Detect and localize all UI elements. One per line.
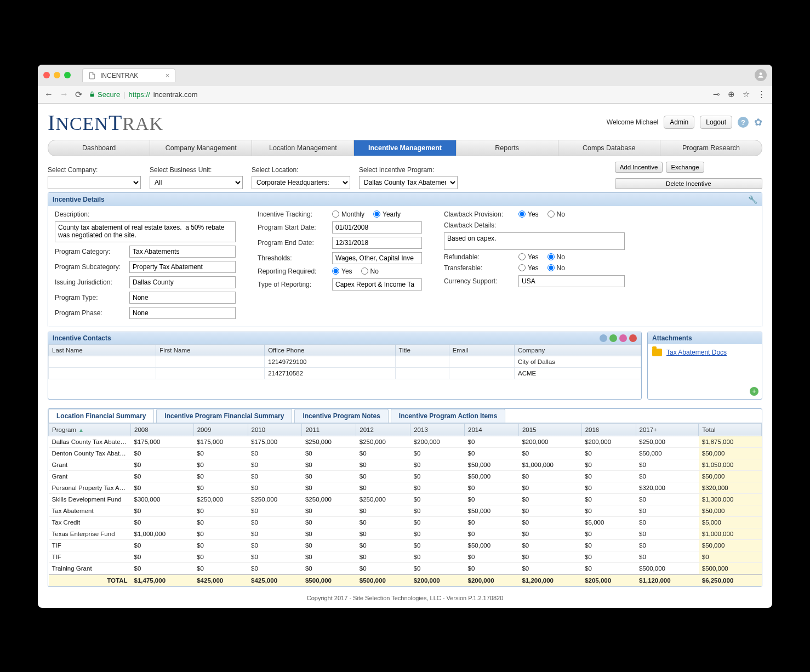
back-icon[interactable]: ← [44,89,53,99]
add-incentive-button[interactable]: Add Incentive [615,162,663,173]
clawback-yes-radio[interactable]: Yes [518,210,539,218]
exchange-button[interactable]: Exchange [666,162,704,173]
col-2011[interactable]: 2011 [302,423,356,436]
select-incentive-program[interactable]: Dallas County Tax Abatement [359,176,458,189]
thresholds-input[interactable] [332,252,422,264]
col-2010[interactable]: 2010 [248,423,302,436]
contacts-col-email[interactable]: Email [449,344,514,356]
edit-contact-icon[interactable] [619,334,627,342]
description-input[interactable]: County tax abatement of real estate taxe… [55,221,236,242]
program-type-input[interactable] [129,292,236,304]
col-2008[interactable]: 2008 [131,423,194,436]
maximize-window-icon[interactable] [64,72,71,78]
minimize-window-icon[interactable] [54,72,60,78]
program-subcategory-input[interactable] [129,261,236,273]
contact-misc-icon[interactable] [600,334,607,342]
reporting-yes-radio[interactable]: Yes [332,267,352,275]
wrench-icon[interactable]: 🔧 [748,195,757,204]
delete-incentive-button[interactable]: Delete Incentive [615,178,762,189]
table-row[interactable]: Training Grant$0$0$0$0$0$0$0$0$0$500,000… [49,562,762,574]
nav-tab-company-management[interactable]: Company Management [150,140,252,156]
subtab-0[interactable]: Location Financial Summary [48,409,154,423]
table-row[interactable]: Grant$0$0$0$0$0$0$50,000$1,000,000$0$0$1… [49,459,762,470]
program-phase-input[interactable] [129,307,236,319]
end-date-input[interactable] [332,237,422,249]
col-2013[interactable]: 2013 [410,423,465,436]
reload-icon[interactable]: ⟳ [75,89,82,100]
issuing-jurisdiction-input[interactable] [129,276,236,288]
table-row[interactable]: Dallas County Tax Abatement$175,000$175,… [49,436,762,447]
refundable-yes-radio[interactable]: Yes [518,253,539,261]
contacts-col-last-name[interactable]: Last Name [49,344,156,356]
tracking-yearly-radio[interactable]: Yearly [373,210,401,218]
nav-tab-dashboard[interactable]: Dashboard [48,140,150,156]
contacts-col-company[interactable]: Company [515,344,641,356]
url-display[interactable]: Secure | https://incentrak.com [89,90,706,99]
tracking-monthly-radio[interactable]: Monthly [332,210,364,218]
nav-tab-comps-database[interactable]: Comps Database [558,140,660,156]
table-row[interactable]: 12149729100City of Dallas [49,356,641,367]
refundable-no-radio[interactable]: No [547,253,565,261]
col-program[interactable]: Program▲ [49,423,131,436]
select-business-unit[interactable]: All [150,176,243,189]
nav-tab-program-research[interactable]: Program Research [660,140,762,156]
table-row[interactable]: 2142710582ACME [49,367,641,379]
report-type-input[interactable] [332,278,422,291]
transferable-yes-radio[interactable]: Yes [518,264,539,272]
add-contact-icon[interactable] [609,334,617,342]
browser-tab[interactable]: INCENTRAK × [82,69,175,82]
col-2009[interactable]: 2009 [193,423,248,436]
clawback-details-input[interactable]: Based on capex. [444,232,625,250]
key-icon[interactable]: ⊸ [713,89,720,99]
select-bu-label: Select Business Unit: [150,166,243,174]
admin-button[interactable]: Admin [664,116,694,129]
gear-icon[interactable]: ✿ [754,116,762,128]
col-2016[interactable]: 2016 [581,423,636,436]
table-row[interactable]: Skills Development Fund$300,000$250,000$… [49,493,762,505]
transferable-no-radio[interactable]: No [547,264,565,272]
add-attachment-icon[interactable]: + [750,387,758,396]
select-company[interactable] [48,176,141,189]
nav-tab-location-management[interactable]: Location Management [252,140,354,156]
program-category-input[interactable] [129,246,236,258]
col-total[interactable]: Total [699,423,762,436]
table-row[interactable]: Grant$0$0$0$0$0$0$50,000$0$0$0$50,000 [49,470,762,482]
contacts-col-office-phone[interactable]: Office Phone [265,344,395,356]
table-row[interactable]: Personal Property Tax Abate…$0$0$0$0$0$0… [49,482,762,493]
menu-icon[interactable]: ⋮ [757,89,766,99]
table-row[interactable]: Texas Enterprise Fund$1,000,000$0$0$0$0$… [49,528,762,539]
help-icon[interactable]: ? [738,117,749,128]
zoom-icon[interactable]: ⊕ [728,89,735,99]
star-icon[interactable]: ☆ [743,89,750,99]
col-2017+[interactable]: 2017+ [636,423,699,436]
col-2014[interactable]: 2014 [465,423,519,436]
contacts-col-first-name[interactable]: First Name [156,344,265,356]
select-location[interactable]: Corporate Headquarters: [252,176,350,189]
close-window-icon[interactable] [43,72,50,78]
col-2012[interactable]: 2012 [356,423,410,436]
forward-icon[interactable]: → [60,89,69,99]
nav-tab-incentive-management[interactable]: Incentive Management [354,140,456,156]
start-date-input[interactable] [332,221,422,234]
table-row[interactable]: TIF$0$0$0$0$0$0$0$0$0$0$0 [49,551,762,562]
subtab-1[interactable]: Incentive Program Financial Summary [156,409,292,423]
delete-contact-icon[interactable] [629,334,637,342]
currency-input[interactable] [518,275,625,287]
subtab-2[interactable]: Incentive Program Notes [294,409,388,423]
table-row[interactable]: Tax Abatement$0$0$0$0$0$0$50,000$0$0$0$5… [49,505,762,516]
logout-button[interactable]: Logout [700,116,732,129]
close-tab-icon[interactable]: × [166,72,169,79]
profile-avatar-icon[interactable] [755,69,767,81]
col-2015[interactable]: 2015 [518,423,581,436]
clawback-no-radio[interactable]: No [547,210,565,218]
incentive-details-panel: Incentive Details 🔧 Description: County … [48,192,762,327]
nav-tab-reports[interactable]: Reports [457,140,558,156]
table-row[interactable]: Tax Credit$0$0$0$0$0$0$0$0$5,000$0$5,000 [49,516,762,528]
contacts-col-title[interactable]: Title [395,344,449,356]
reporting-no-radio[interactable]: No [361,267,379,275]
subtab-3[interactable]: Incentive Program Action Items [391,409,506,423]
table-row[interactable]: Denton County Tax Abateme…$0$0$0$0$0$0$0… [49,447,762,459]
attachment-link[interactable]: Tax Abatement Docs [652,349,757,356]
table-row[interactable]: TIF$0$0$0$0$0$0$50,000$0$0$0$50,000 [49,539,762,551]
financial-table: Program▲20082009201020112012201320142015… [48,423,762,586]
